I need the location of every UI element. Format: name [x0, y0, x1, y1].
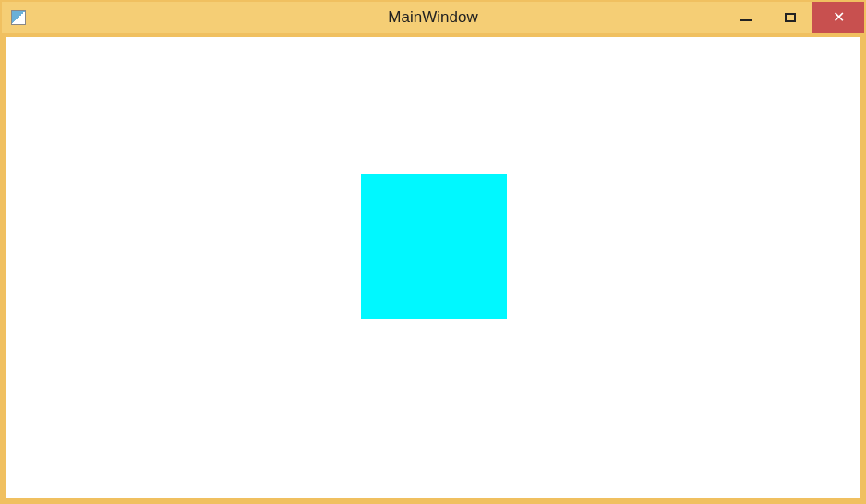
minimize-icon — [740, 19, 752, 21]
close-button[interactable]: ✕ — [812, 2, 864, 33]
maximize-icon — [785, 13, 796, 22]
client-area — [6, 37, 860, 498]
app-icon[interactable] — [11, 10, 26, 25]
cyan-square — [361, 174, 507, 319]
window-controls: ✕ — [724, 2, 864, 33]
minimize-button[interactable] — [724, 2, 768, 33]
maximize-button[interactable] — [768, 2, 812, 33]
window-title: MainWindow — [388, 8, 477, 27]
close-icon: ✕ — [833, 10, 845, 25]
titlebar[interactable]: MainWindow ✕ — [2, 2, 864, 33]
